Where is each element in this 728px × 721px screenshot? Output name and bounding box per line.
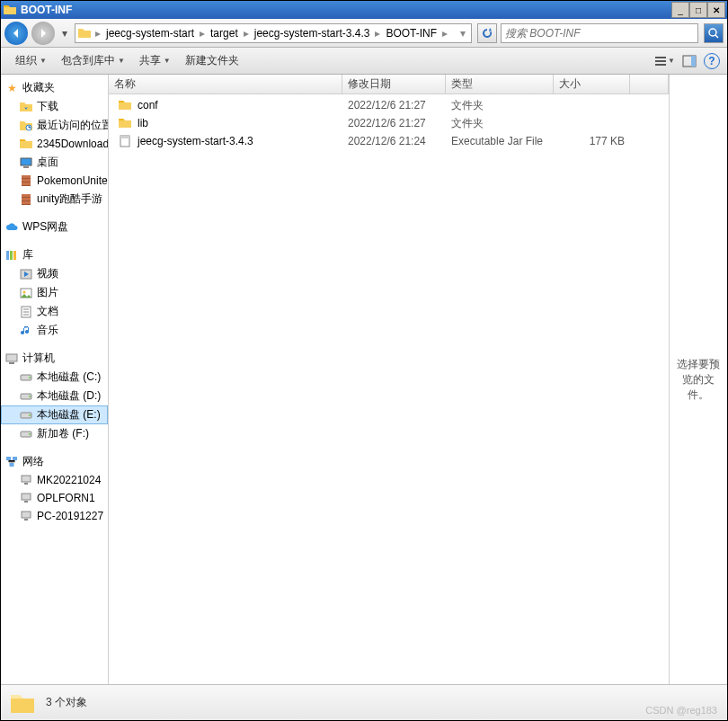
window-folder-icon <box>3 3 17 17</box>
back-button[interactable] <box>4 22 28 45</box>
svg-rect-38 <box>24 483 28 485</box>
nav-item-label: 文档 <box>37 304 58 319</box>
svg-rect-17 <box>6 251 9 260</box>
svg-point-33 <box>29 433 31 435</box>
column-name-header[interactable]: 名称 <box>109 75 342 93</box>
content-area: 名称 修改日期 类型 大小 conf2022/12/6 21:27文件夹lib2… <box>109 75 669 684</box>
breadcrumb-item[interactable]: target <box>207 27 242 40</box>
file-row[interactable]: lib2022/12/6 21:27文件夹 <box>109 114 669 132</box>
nav-item[interactable]: PokemonUnite <box>1 172 108 190</box>
help-button[interactable]: ? <box>704 53 720 69</box>
svg-point-29 <box>29 396 31 397</box>
svg-rect-5 <box>691 56 696 67</box>
nav-item[interactable]: 音乐 <box>1 321 108 340</box>
svg-rect-15 <box>22 198 31 200</box>
nav-network-header[interactable]: 网络 <box>1 452 108 471</box>
svg-rect-1 <box>655 57 666 58</box>
svg-rect-25 <box>9 362 14 364</box>
forward-button[interactable] <box>31 22 55 45</box>
breadcrumb-chevron-icon[interactable]: ▸ <box>440 27 449 40</box>
nav-item[interactable]: 本地磁盘 (E:) <box>1 405 108 424</box>
star-icon: ★ <box>4 81 19 95</box>
column-size-header[interactable]: 大小 <box>554 75 630 93</box>
file-type: 文件夹 <box>446 98 554 113</box>
nav-item-label: 2345Downloads <box>37 138 108 150</box>
svg-rect-8 <box>23 166 29 168</box>
breadcrumb-item[interactable]: jeecg-system-start-3.4.3 <box>251 27 374 40</box>
pc-icon <box>19 473 33 487</box>
file-list[interactable]: conf2022/12/6 21:27文件夹lib2022/12/6 21:27… <box>109 94 669 684</box>
title-bar: BOOT-INF _ □ ✕ <box>1 1 727 19</box>
organize-button[interactable]: 组织▼ <box>8 49 54 72</box>
share-button[interactable]: 共享▼ <box>132 49 178 72</box>
nav-item[interactable]: 最近访问的位置 <box>1 116 108 135</box>
maximize-button[interactable]: □ <box>689 2 707 18</box>
column-type-header[interactable]: 类型 <box>446 75 554 93</box>
disk-icon <box>19 370 33 385</box>
breadcrumb-dropdown[interactable]: ▾ <box>457 27 469 40</box>
nav-item[interactable]: OPLFORN1 <box>1 489 108 507</box>
nav-item-label: 最近访问的位置 <box>37 118 108 133</box>
nav-item[interactable]: 文档 <box>1 302 108 321</box>
nav-item[interactable]: 2345Downloads <box>1 135 108 153</box>
preview-pane-button[interactable] <box>679 50 700 72</box>
file-name: lib <box>138 117 148 129</box>
file-row[interactable]: conf2022/12/6 21:27文件夹 <box>109 96 669 114</box>
nav-item[interactable]: 图片 <box>1 283 108 302</box>
nav-item[interactable]: 本地磁盘 (C:) <box>1 368 108 387</box>
search-input[interactable] <box>505 27 694 40</box>
breadcrumb-item[interactable]: BOOT-INF <box>382 27 440 40</box>
view-options-button[interactable]: ▼ <box>653 50 675 72</box>
breadcrumb-chevron-icon[interactable]: ▸ <box>198 27 207 40</box>
file-date: 2022/12/6 21:24 <box>342 135 446 147</box>
svg-point-27 <box>29 377 31 378</box>
pc-icon <box>19 491 33 505</box>
computer-icon <box>4 352 19 366</box>
nav-item[interactable]: MK20221024 <box>1 471 108 489</box>
disk-icon <box>19 427 33 441</box>
folder-icon <box>118 116 132 130</box>
new-folder-button[interactable]: 新建文件夹 <box>178 49 246 72</box>
svg-point-0 <box>709 29 716 36</box>
nav-item-label: 音乐 <box>37 323 58 338</box>
column-extra-header[interactable] <box>630 75 669 93</box>
nav-favorites-header[interactable]: ★ 收藏夹 <box>1 78 108 97</box>
video-icon <box>19 267 33 281</box>
nav-item[interactable]: PC-20191227 <box>1 507 108 525</box>
nav-item-label: 本地磁盘 (E:) <box>37 407 101 423</box>
nav-item[interactable]: 下载 <box>1 97 108 116</box>
breadcrumb-chevron-icon[interactable]: ▸ <box>373 27 382 40</box>
include-in-library-button[interactable]: 包含到库中▼ <box>54 49 132 72</box>
documents-icon <box>19 305 33 319</box>
file-type: 文件夹 <box>446 116 554 131</box>
svg-rect-12 <box>22 182 31 185</box>
nav-item-label: 本地磁盘 (D:) <box>37 388 101 404</box>
nav-item[interactable]: 视频 <box>1 264 108 283</box>
close-button[interactable]: ✕ <box>707 2 725 18</box>
file-row[interactable]: jeecg-system-start-3.4.32022/12/6 21:24E… <box>109 132 669 150</box>
column-headers: 名称 修改日期 类型 大小 <box>109 75 669 94</box>
breadcrumb[interactable]: ▸ jeecg-system-start ▸ target ▸ jeecg-sy… <box>75 23 472 43</box>
svg-rect-10 <box>22 175 31 178</box>
history-dropdown[interactable]: ▾ <box>58 22 71 45</box>
chevron-down-icon: ▼ <box>118 57 125 65</box>
refresh-button[interactable] <box>477 23 497 43</box>
svg-rect-42 <box>24 519 28 521</box>
column-date-header[interactable]: 修改日期 <box>342 75 446 93</box>
breadcrumb-chevron-icon[interactable]: ▸ <box>93 27 102 40</box>
search-box[interactable] <box>501 23 698 43</box>
minimize-button[interactable]: _ <box>671 2 689 18</box>
nav-libraries-header[interactable]: 库 <box>1 245 108 264</box>
archive-icon <box>19 192 33 207</box>
cloud-icon <box>4 220 19 235</box>
nav-item[interactable]: 新加卷 (F:) <box>1 424 108 443</box>
nav-item[interactable]: 桌面 <box>1 153 108 172</box>
nav-wps-header[interactable]: WPS网盘 <box>1 218 108 236</box>
breadcrumb-item[interactable]: jeecg-system-start <box>102 27 198 40</box>
nav-computer-header[interactable]: 计算机 <box>1 349 108 368</box>
nav-item[interactable]: 本地磁盘 (D:) <box>1 387 108 405</box>
nav-item[interactable]: unity跑酷手游 <box>1 190 108 209</box>
chevron-down-icon: ▼ <box>164 57 171 65</box>
breadcrumb-chevron-icon[interactable]: ▸ <box>242 27 251 40</box>
search-button[interactable] <box>704 23 724 43</box>
